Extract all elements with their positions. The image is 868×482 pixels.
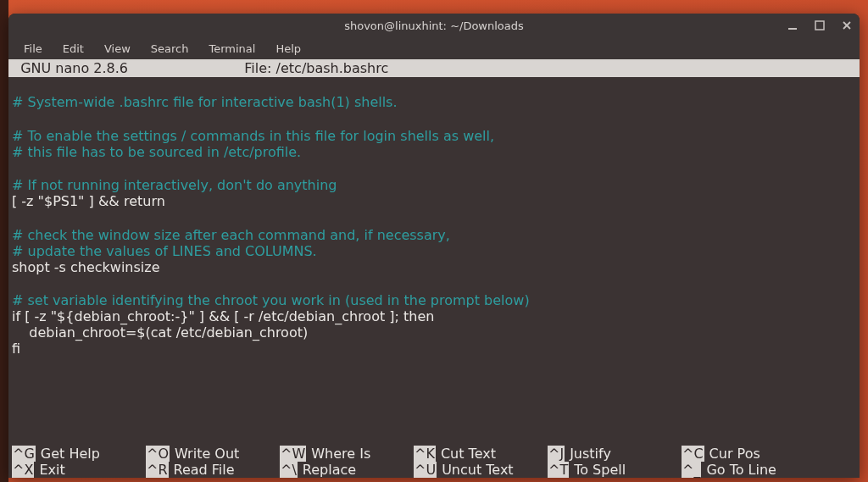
shortcut-label: Cut Text	[436, 446, 496, 462]
shortcut-cell: ^OWrite Out	[146, 446, 280, 462]
nano-titlebar: GNU nano 2.8.6 File: /etc/bash.bashrc	[8, 59, 860, 77]
editor-comment-line: # this file has to be sourced in /etc/pr…	[12, 144, 856, 160]
shortcut-key: ^O	[146, 446, 170, 462]
editor-comment-line: # set variable identifying the chroot yo…	[12, 292, 856, 308]
shortcut-label: Go To Line	[701, 462, 776, 478]
menu-file[interactable]: File	[15, 40, 51, 58]
shortcut-cell: ^TTo Spell	[548, 462, 682, 478]
shortcut-cell: ^CCur Pos	[682, 446, 815, 462]
shortcut-label: Uncut Text	[437, 462, 514, 478]
shortcut-cell: ^JJustify	[548, 446, 682, 462]
editor-comment-line: # If not running interactively, don't do…	[12, 177, 856, 193]
minimize-button[interactable]	[787, 19, 798, 31]
shortcut-cell: ^\Replace	[280, 462, 414, 478]
shortcut-key: ^\	[280, 462, 298, 478]
shortcut-label: Get Help	[36, 446, 100, 462]
window-title: shovon@linuxhint: ~/Downloads	[344, 19, 524, 32]
menu-search[interactable]: Search	[142, 40, 198, 58]
editor-comment-line: # To enable the settings / commands in t…	[12, 128, 856, 144]
terminal-viewport[interactable]: GNU nano 2.8.6 File: /etc/bash.bashrc # …	[8, 59, 860, 478]
unity-dock-edge	[0, 0, 8, 482]
maximize-button[interactable]	[814, 19, 826, 31]
shortcut-cell: ^XExit	[12, 462, 146, 478]
menu-help[interactable]: Help	[267, 40, 309, 58]
nano-shortcut-bar: ^GGet Help^OWrite Out^WWhere Is^KCut Tex…	[8, 446, 860, 478]
shortcut-label: Write Out	[170, 446, 239, 462]
shortcut-label: Where Is	[306, 446, 370, 462]
editor-comment-line: # System-wide .bashrc file for interacti…	[12, 94, 856, 110]
shortcut-row: ^GGet Help^OWrite Out^WWhere Is^KCut Tex…	[12, 446, 856, 462]
editor-code-line: [ -z "$PS1" ] && return	[12, 193, 856, 209]
editor-code-line: if [ -z "${debian_chroot:-}" ] && [ -r /…	[12, 308, 856, 324]
shortcut-cell: ^WWhere Is	[280, 446, 414, 462]
shortcut-label: Justify	[565, 446, 611, 462]
shortcut-row: ^XExit^RRead File^\Replace^UUncut Text^T…	[12, 462, 856, 478]
editor-blank-line	[12, 275, 856, 292]
shortcut-label: To Spell	[569, 462, 626, 478]
menubar: File Edit View Search Terminal Help	[8, 37, 860, 59]
editor-blank-line	[12, 110, 856, 127]
minimize-icon	[787, 19, 798, 31]
editor-comment-line: # update the values of LINES and COLUMNS…	[12, 243, 856, 259]
shortcut-label: Exit	[34, 462, 64, 478]
terminal-window: shovon@linuxhint: ~/Downloads File Edit …	[8, 14, 860, 478]
svg-rect-0	[788, 28, 797, 30]
menu-edit[interactable]: Edit	[54, 40, 92, 58]
shortcut-key: ^G	[12, 446, 36, 462]
shortcut-cell: ^GGet Help	[12, 446, 146, 462]
editor-blank-line	[12, 209, 856, 226]
svg-rect-1	[815, 21, 824, 30]
shortcut-key: ^J	[548, 446, 565, 462]
shortcut-key: ^T	[548, 462, 569, 478]
shortcut-key: ^C	[682, 446, 704, 462]
shortcut-key: ^W	[280, 446, 306, 462]
menu-view[interactable]: View	[96, 40, 139, 58]
shortcut-label: Read File	[169, 462, 235, 478]
shortcut-cell: ^_Go To Line	[682, 462, 815, 478]
shortcut-key: ^U	[414, 462, 437, 478]
maximize-icon	[814, 19, 826, 31]
shortcut-cell: ^UUncut Text	[414, 462, 548, 478]
close-button[interactable]	[841, 19, 853, 31]
nano-editor-area[interactable]: # System-wide .bashrc file for interacti…	[8, 77, 860, 446]
shortcut-label: Replace	[298, 462, 356, 478]
shortcut-cell: ^RRead File	[146, 462, 280, 478]
editor-blank-line	[12, 160, 856, 177]
editor-code-line: debian_chroot=$(cat /etc/debian_chroot)	[12, 324, 856, 341]
window-controls	[787, 19, 853, 31]
shortcut-key: ^X	[12, 462, 34, 478]
shortcut-key: ^_	[682, 462, 701, 478]
editor-blank-line	[12, 77, 856, 94]
window-titlebar[interactable]: shovon@linuxhint: ~/Downloads	[8, 14, 860, 37]
close-icon	[841, 19, 853, 31]
editor-code-line: shopt -s checkwinsize	[12, 259, 856, 275]
shortcut-key: ^K	[414, 446, 436, 462]
editor-code-line: fi	[12, 341, 856, 357]
shortcut-label: Cur Pos	[704, 446, 760, 462]
shortcut-key: ^R	[146, 462, 169, 478]
shortcut-cell: ^KCut Text	[414, 446, 548, 462]
menu-terminal[interactable]: Terminal	[200, 40, 264, 58]
editor-comment-line: # check the window size after each comma…	[12, 227, 856, 243]
